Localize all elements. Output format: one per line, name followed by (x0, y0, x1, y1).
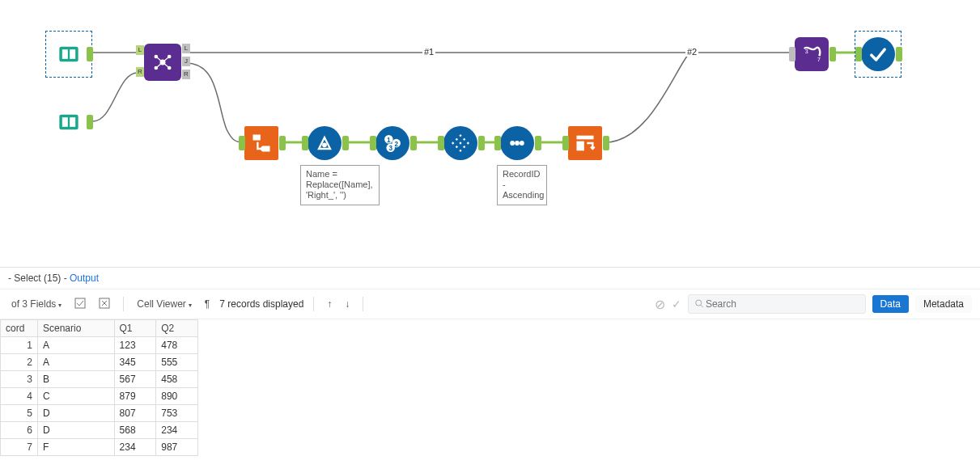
table-row[interactable]: 1A123478 (1, 337, 198, 354)
svg-point-44 (695, 300, 701, 306)
tool-transpose[interactable] (244, 126, 278, 160)
cell-q2: 987 (156, 439, 198, 456)
table-row[interactable]: 4C879890 (1, 388, 198, 405)
anchor-out[interactable] (896, 47, 902, 61)
cell-scenario: A (38, 354, 115, 371)
divider (363, 297, 363, 311)
tool-sort[interactable] (500, 126, 534, 160)
annotation-formula[interactable]: Name = Replace([Name], 'Right_', '') (300, 165, 380, 205)
svg-rect-5 (70, 117, 75, 127)
join-anchor-j-out[interactable]: J (182, 57, 190, 66)
table-row[interactable]: 5D807753 (1, 405, 198, 422)
cell-idx: 6 (1, 422, 38, 439)
whitespace-toggle-icon[interactable]: ¶ (202, 297, 213, 311)
tool-join[interactable] (144, 44, 181, 81)
svg-rect-40 (75, 298, 85, 308)
tab-data[interactable]: Data (872, 295, 909, 313)
anchor-in[interactable] (438, 136, 444, 150)
table-row[interactable]: 2A345555 (1, 354, 198, 371)
sort-desc-icon[interactable]: ↓ (342, 297, 353, 311)
join-anchor-left-in[interactable]: L (136, 45, 144, 55)
cell-idx: 1 (1, 337, 38, 354)
svg-rect-4 (62, 117, 68, 127)
join-anchor-l-out[interactable]: L (182, 44, 190, 53)
cell-q1: 807 (114, 405, 156, 422)
anchor-in[interactable] (239, 136, 245, 150)
anchor-out[interactable] (603, 136, 609, 150)
anchor-in[interactable] (855, 47, 862, 61)
table-row[interactable]: 7F234987 (1, 439, 198, 456)
col-record[interactable]: cord (1, 320, 38, 337)
cell-q1: 879 (114, 388, 156, 405)
cell-q2: 234 (156, 422, 198, 439)
svg-point-33 (510, 141, 515, 146)
sort-asc-icon[interactable]: ↑ (324, 297, 335, 311)
svg-rect-27 (452, 141, 454, 144)
tool-cross-tab[interactable] (568, 126, 602, 160)
checkbox-toggle-icon[interactable] (71, 296, 89, 313)
search-input[interactable] (704, 298, 859, 310)
tool-text-input-1[interactable] (52, 37, 86, 71)
fields-dropdown[interactable]: of 3 Fields▾ (8, 297, 65, 311)
tool-record-id[interactable]: 123 (375, 126, 409, 160)
anchor-in[interactable] (370, 136, 376, 150)
svg-rect-29 (467, 141, 469, 144)
results-search[interactable] (688, 294, 866, 314)
anchor-out[interactable] (87, 47, 93, 61)
svg-rect-31 (463, 146, 465, 148)
svg-text:3: 3 (805, 49, 808, 54)
anchor-in[interactable] (789, 47, 795, 61)
anchor-out[interactable] (535, 136, 541, 150)
cell-idx: 7 (1, 439, 38, 456)
anchor-out[interactable] (410, 136, 417, 150)
workflow-canvas[interactable]: L R L J R 123 37 #1 # (0, 0, 980, 267)
tool-select[interactable]: 37 (795, 37, 829, 71)
svg-rect-37 (577, 141, 584, 151)
deselect-icon[interactable] (95, 296, 113, 313)
results-table[interactable]: cord Scenario Q1 Q2 1A1234782A3455553B56… (0, 319, 198, 456)
anchor-out[interactable] (279, 136, 286, 150)
join-anchor-right-in[interactable]: R (136, 67, 144, 77)
tool-tile[interactable] (443, 126, 477, 160)
cell-viewer-dropdown[interactable]: Cell Viewer▾ (134, 297, 194, 311)
anchor-in[interactable] (494, 136, 501, 150)
svg-line-13 (156, 62, 163, 68)
tab-metadata[interactable]: Metadata (915, 295, 972, 313)
svg-rect-1 (62, 49, 68, 59)
svg-rect-15 (253, 135, 261, 141)
anchor-out[interactable] (478, 136, 485, 150)
anchor-out[interactable] (342, 136, 349, 150)
cell-q1: 234 (114, 439, 156, 456)
tool-formula[interactable] (308, 126, 342, 160)
connection-wires (0, 0, 980, 267)
svg-rect-36 (577, 136, 594, 140)
tool-browse[interactable] (861, 37, 895, 71)
results-title: - Select (15) - Output (0, 268, 980, 289)
annotation-sort[interactable]: RecordID - Ascending (497, 165, 547, 205)
anchor-out[interactable] (829, 47, 836, 61)
table-row[interactable]: 3B567458 (1, 371, 198, 388)
anchor-in[interactable] (562, 136, 569, 150)
anchor-out[interactable] (87, 115, 93, 129)
svg-text:7: 7 (817, 57, 821, 62)
cell-scenario: D (38, 405, 115, 422)
cell-idx: 4 (1, 388, 38, 405)
cell-scenario: A (38, 337, 115, 354)
table-row[interactable]: 6D568234 (1, 422, 198, 439)
anchor-in[interactable] (302, 136, 308, 150)
svg-rect-28 (459, 141, 461, 144)
tool-text-input-2[interactable] (52, 105, 86, 139)
svg-rect-24 (459, 134, 461, 137)
divider (123, 297, 124, 311)
col-scenario[interactable]: Scenario (38, 320, 115, 337)
divider (313, 297, 314, 311)
cell-scenario: B (38, 371, 115, 388)
svg-line-12 (163, 57, 169, 62)
join-anchor-r-out[interactable]: R (182, 70, 190, 79)
svg-point-35 (520, 141, 524, 146)
cell-idx: 5 (1, 405, 38, 422)
disabled-icon: ⊘ (655, 297, 665, 312)
col-q2[interactable]: Q2 (156, 320, 198, 337)
col-q1[interactable]: Q1 (114, 320, 156, 337)
svg-point-17 (322, 142, 327, 147)
